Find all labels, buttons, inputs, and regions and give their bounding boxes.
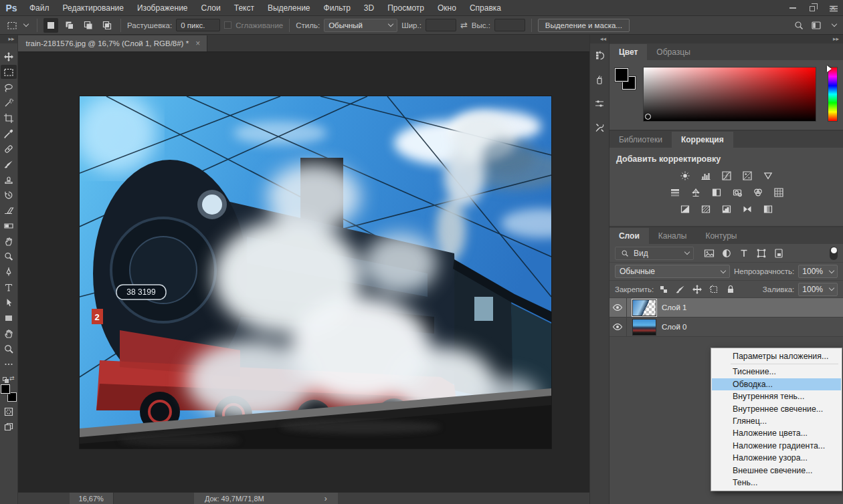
filter-type-layers-icon[interactable] [738,247,750,259]
width-input[interactable] [426,19,456,31]
brushes-panel-icon[interactable] [591,71,608,88]
feather-input[interactable]: 0 пикс. [176,19,220,31]
adj-color-lookup-icon[interactable] [771,186,786,199]
hand-tool[interactable] [1,326,17,340]
background-color-swatch[interactable] [7,392,17,402]
ctx-blending-options[interactable]: Параметры наложения... [712,350,841,362]
adj-vibrance-icon[interactable] [761,169,775,182]
screen-mode-button[interactable] [1,420,17,434]
tab-paths[interactable]: Контуры [696,228,746,244]
gradient-tool[interactable] [1,219,17,233]
ctx-drop-shadow[interactable]: Тень... [712,477,841,489]
menu-edit[interactable]: Редактирование [56,0,130,15]
menu-view[interactable]: Просмотр [381,0,431,15]
adj-channel-mixer-icon[interactable] [751,186,765,199]
subtract-selection-button[interactable] [81,18,96,33]
type-tool[interactable] [1,280,17,294]
lock-transparent-icon[interactable] [658,283,670,295]
status-chevron-icon[interactable]: › [324,494,327,503]
eraser-tool[interactable] [1,203,17,217]
adj-photo-filter-icon[interactable] [730,186,745,199]
search-icon[interactable] [793,20,804,31]
dodge-tool[interactable] [1,249,17,263]
layer-thumbnail[interactable] [632,319,656,336]
history-brush-tool[interactable] [1,188,17,202]
lasso-tool[interactable] [1,80,17,94]
ctx-outer-glow[interactable]: Внешнее свечение... [712,465,841,477]
swap-width-height-icon[interactable]: ⇄ [460,20,468,30]
adj-exposure-icon[interactable] [740,169,755,182]
tab-channels[interactable]: Каналы [649,228,696,244]
adj-threshold-icon[interactable] [719,203,734,216]
dock-collapse[interactable]: ◂◂ [590,35,609,43]
blend-mode-select[interactable]: Обычные [615,265,730,278]
saturation-brightness-field[interactable] [643,67,816,122]
swap-colors-icon[interactable]: ⇄ [9,376,15,382]
layer-0[interactable]: Слой 0 [610,318,843,337]
clone-stamp-tool[interactable] [1,172,17,186]
foreground-color-swatch[interactable] [1,384,10,394]
select-and-mask-button[interactable]: Выделение и маска... [538,19,630,32]
ctx-gradient-overlay[interactable]: Наложение градиента... [712,440,841,452]
menu-3d[interactable]: 3D [357,0,381,15]
intersect-selection-button[interactable] [100,18,114,33]
tab-adjustments[interactable]: Коррекция [672,132,733,148]
menu-type[interactable]: Текст [227,0,261,15]
workspace-icon[interactable] [811,20,822,31]
edit-toolbar-button[interactable] [1,357,17,371]
menu-window[interactable]: Окно [431,0,463,15]
minimize-button[interactable] [783,0,803,15]
zoom-level-field[interactable]: 16,67% [70,493,114,504]
adj-posterize-icon[interactable] [698,203,713,216]
ctx-pattern-overlay[interactable]: Наложение узора... [712,452,841,464]
adj-black-white-icon[interactable] [709,186,724,199]
menu-image[interactable]: Изображение [130,0,195,15]
spot-healing-brush-tool[interactable] [1,142,17,156]
restore-button[interactable] [803,0,823,15]
move-tool[interactable] [1,49,17,64]
adj-invert-icon[interactable] [678,203,692,216]
rectangle-tool[interactable] [1,311,17,325]
filter-adjustment-layers-icon[interactable] [721,247,733,259]
tab-close-icon[interactable]: × [195,39,200,48]
antialias-checkbox[interactable] [224,21,231,29]
zoom-tool[interactable] [1,342,17,356]
hue-slider-marker[interactable] [827,66,832,72]
pen-tool[interactable] [1,265,17,279]
panel-menu-icon[interactable] [828,3,839,14]
color-cursor[interactable] [645,114,651,120]
filter-pixel-layers-icon[interactable] [703,247,715,259]
canvas[interactable]: 38 3199 [18,52,589,492]
layer-thumbnail[interactable] [632,299,656,316]
layer-filter-kind-select[interactable]: Вид [615,247,694,260]
lock-pixels-icon[interactable] [674,283,686,295]
ctx-stroke[interactable]: Обводка... [712,378,841,390]
adj-levels-icon[interactable] [698,169,713,182]
eyedropper-tool[interactable] [1,126,17,140]
adj-brightness-contrast-icon[interactable] [678,169,692,182]
history-panel-icon[interactable] [591,47,608,64]
layer-filter-toggle[interactable] [830,247,838,260]
tool-preset-picker[interactable] [4,19,31,32]
brush-settings-panel-icon[interactable] [591,95,608,112]
menu-select[interactable]: Выделение [261,0,317,15]
layer-visibility-eye-icon[interactable] [610,318,627,336]
tab-color[interactable]: Цвет [610,44,647,60]
menu-filter[interactable]: Фильтр [317,0,357,15]
opacity-field[interactable]: 100% [798,265,838,278]
ctx-inner-glow[interactable]: Внутреннее свечение... [712,403,841,415]
lock-all-icon[interactable] [725,283,737,295]
adj-gradient-map-icon[interactable] [740,203,755,216]
adj-curves-icon[interactable] [719,169,734,182]
adj-hue-saturation-icon[interactable] [668,186,682,199]
brush-tool[interactable] [1,157,17,171]
toolbar-collapse[interactable]: ▸▸ [0,35,17,43]
panel-column-collapse[interactable]: ▸▸ [610,35,843,43]
layer-1[interactable]: Слой 1 [610,298,843,318]
color-panel-swatches[interactable] [615,67,638,94]
filter-shape-layers-icon[interactable] [755,247,767,259]
quick-selection-tool[interactable] [1,96,17,110]
filter-smart-objects-icon[interactable] [773,247,785,259]
ctx-inner-shadow[interactable]: Внутренняя тень... [712,390,841,402]
default-colors-icon[interactable] [3,377,7,381]
